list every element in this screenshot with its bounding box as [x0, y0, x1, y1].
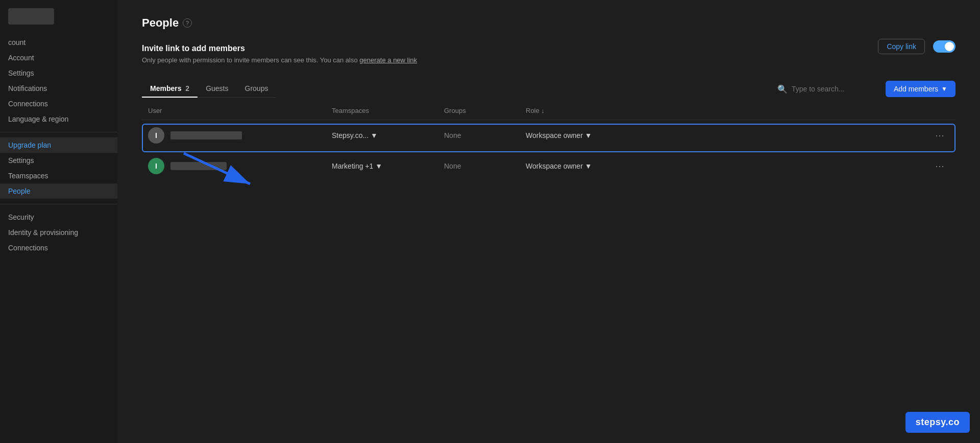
search-icon: 🔍 — [777, 84, 788, 94]
sidebar-logo — [8, 8, 54, 25]
user-cell-1: I — [142, 120, 326, 151]
user-cell-2: I — [142, 151, 326, 181]
sidebar-item-security[interactable]: Security — [0, 209, 117, 225]
tab-members[interactable]: Members 2 — [142, 80, 198, 98]
sidebar-item-language[interactable]: Language & region — [0, 111, 117, 127]
col-header-actions — [925, 102, 955, 120]
col-header-teamspaces: Teamspaces — [326, 102, 438, 120]
invite-section: Invite link to add members Only people w… — [142, 44, 955, 64]
member-tabs: Members 2 Guests Groups — [142, 80, 276, 98]
role-cell-2[interactable]: Workspace owner ▼ — [520, 151, 925, 181]
invite-toggle[interactable] — [933, 40, 955, 53]
chevron-down-icon: ▼ — [371, 131, 378, 139]
sidebar-item-upgrade-plan[interactable]: Upgrade plan — [0, 137, 117, 153]
chevron-down-icon: ▼ — [585, 162, 592, 170]
sidebar-item-identity[interactable]: Identity & provisioning — [0, 225, 117, 240]
members-table: User Teamspaces Groups Role ↓ I — [142, 102, 955, 181]
sidebar-item-account[interactable]: Account — [0, 50, 117, 65]
chevron-down-icon: ▼ — [585, 131, 592, 139]
tab-guests[interactable]: Guests — [198, 80, 236, 98]
more-options-2[interactable]: ⋯ — [925, 151, 955, 181]
sidebar-item-notifications[interactable]: Notifications — [0, 81, 117, 96]
table-controls: 🔍 Add members ▼ — [771, 81, 955, 97]
search-input[interactable] — [792, 85, 873, 93]
groups-cell-2: None — [438, 151, 520, 181]
col-header-user: User — [142, 102, 326, 120]
chevron-down-icon: ▼ — [375, 162, 382, 170]
groups-cell-1: None — [438, 120, 520, 151]
help-icon[interactable]: ? — [183, 18, 192, 28]
invite-title: Invite link to add members — [142, 44, 955, 53]
watermark: stepsy.co — [905, 412, 970, 433]
avatar-1: I — [148, 127, 164, 144]
role-cell-1[interactable]: Workspace owner ▼ — [520, 120, 925, 151]
invite-description: Only people with permission to invite me… — [142, 56, 955, 64]
search-box: 🔍 — [771, 81, 879, 97]
col-header-role: Role ↓ — [520, 102, 925, 120]
tab-groups[interactable]: Groups — [237, 80, 277, 98]
sidebar: count Account Settings Notifications Con… — [0, 0, 117, 443]
table-row: I Stepsy.co... ▼ None — [142, 120, 955, 151]
invite-controls: Copy link — [878, 39, 955, 54]
sidebar-item-settings[interactable]: Settings — [0, 65, 117, 81]
teamspace-cell-1[interactable]: Stepsy.co... ▼ — [326, 120, 438, 151]
sidebar-item-settings2[interactable]: Settings — [0, 153, 117, 168]
sidebar-item-count[interactable]: count — [0, 35, 117, 50]
generate-new-link[interactable]: generate a new link — [359, 56, 417, 64]
teamspace-cell-2[interactable]: Marketing +1 ▼ — [326, 151, 438, 181]
page-title: People — [142, 16, 179, 30]
members-count: 2 — [185, 84, 189, 92]
page-header: People ? — [142, 16, 955, 30]
user-name-blurred-2 — [170, 162, 227, 170]
sidebar-divider-2 — [0, 204, 117, 204]
more-options-1[interactable]: ⋯ — [925, 120, 955, 151]
col-header-groups: Groups — [438, 102, 520, 120]
sidebar-divider-1 — [0, 132, 117, 132]
chevron-down-icon: ▼ — [941, 85, 947, 92]
copy-link-button[interactable]: Copy link — [878, 39, 925, 54]
user-name-blurred-1 — [170, 131, 242, 139]
avatar-2: I — [148, 158, 164, 174]
sidebar-item-people[interactable]: People — [0, 183, 117, 199]
sidebar-item-connections2[interactable]: Connections — [0, 240, 117, 255]
main-content: People ? Invite link to add members Only… — [117, 0, 980, 443]
table-row: I Marketing +1 ▼ None — [142, 151, 955, 181]
sidebar-item-connections[interactable]: Connections — [0, 96, 117, 111]
sidebar-item-teamspaces[interactable]: Teamspaces — [0, 168, 117, 183]
add-members-button[interactable]: Add members ▼ — [886, 81, 955, 97]
members-table-container: User Teamspaces Groups Role ↓ I — [142, 102, 955, 181]
